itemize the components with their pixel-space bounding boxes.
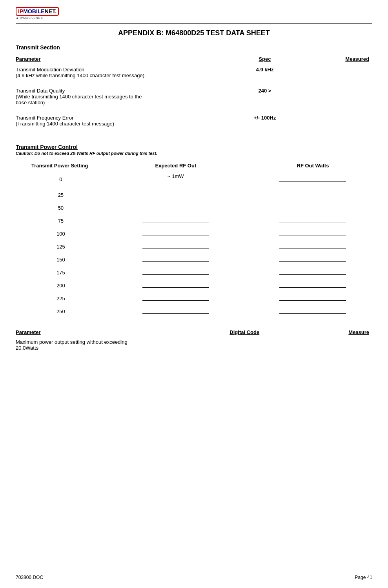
power-expected-cell: [98, 281, 253, 290]
power-expected-cell: [98, 255, 253, 264]
col2-measure: Measure: [292, 328, 372, 338]
power-rfout-cell: [253, 191, 372, 200]
transmit-section-title: Transmit Section: [16, 44, 372, 51]
header: IPMOBILENET. ▲ IPMOBILENET.: [16, 7, 372, 24]
power-table-row: 150: [16, 255, 372, 264]
table-row: Transmit Data Quality(While transmitting…: [16, 85, 372, 108]
rfout-input-line: [279, 197, 346, 197]
power-rfout-cell: [253, 242, 372, 251]
footer-left: 703800.DOC: [16, 575, 43, 580]
logo-tagline: ▲ IPMOBILENET.: [16, 16, 60, 20]
table-row: Maximum power output setting without exc…: [16, 338, 372, 352]
expected-input-line: [142, 184, 209, 184]
rfout-input-line: [279, 210, 346, 210]
power-setting-cell: 250: [16, 307, 98, 316]
digital-code-cell: [200, 338, 292, 352]
rfout-input-line: [279, 181, 346, 181]
spacer-row: [16, 251, 372, 255]
power-setting-cell: 25: [16, 191, 98, 200]
power-rfout-cell: [253, 281, 372, 290]
param-cell: Transmit Frequency Error(Transmitting 14…: [16, 113, 239, 129]
expected-input-line: [142, 300, 209, 301]
rfout-input-line: [279, 300, 346, 301]
spacer-row: [16, 129, 372, 137]
param2-cell: Maximum power output setting without exc…: [16, 338, 200, 352]
transmit-section: Transmit Section Parameter Spec Measured…: [16, 44, 372, 137]
footer-right: Page 41: [355, 575, 372, 580]
logo-ip: IP: [18, 8, 23, 15]
spacer-row: [16, 212, 372, 216]
expected-input-line: [142, 274, 209, 275]
spacer-row: [16, 303, 372, 307]
rfout-input-line: [279, 249, 346, 249]
measured-line: [306, 95, 369, 95]
power-expected-cell: [98, 229, 253, 238]
power-rfout-cell: [253, 229, 372, 238]
power-setting-cell: 175: [16, 268, 98, 277]
rfout-input-line: [279, 236, 346, 236]
power-expected-cell: [98, 268, 253, 277]
measured-cell: [294, 64, 372, 81]
power-expected-cell: [98, 191, 253, 200]
power-table-row: 175: [16, 268, 372, 277]
measured-line: [306, 74, 369, 74]
param-table: Parameter Spec Measured Transmit Modulat…: [16, 54, 372, 137]
spacer-row: [16, 187, 372, 191]
logo-icon: IPMOBILENET.: [16, 7, 59, 16]
spacer-row: [16, 225, 372, 229]
power-setting-cell: 100: [16, 229, 98, 238]
power-table-row: 75: [16, 216, 372, 225]
power-table-row: 125: [16, 242, 372, 251]
measured-line: [306, 122, 369, 122]
power-rfout-cell: [253, 268, 372, 277]
spacer-row: [16, 277, 372, 281]
power-expected-cell: [98, 216, 253, 225]
col-rfout: RF Out Watts: [253, 161, 372, 172]
expected-input-line: [142, 236, 209, 236]
power-expected-cell: [98, 242, 253, 251]
expected-input-line: [142, 210, 209, 210]
power-table-row: 225: [16, 294, 372, 303]
power-setting-cell: 50: [16, 203, 98, 212]
page-title: APPENDIX B: M64800D25 TEST DATA SHEET: [16, 29, 372, 37]
power-control-section: Transmit Power Control Caution: Do not t…: [16, 144, 372, 320]
power-setting-cell: 150: [16, 255, 98, 264]
expected-input-line: [142, 261, 209, 262]
expected-input-line: [142, 287, 209, 288]
spec-cell: 4.9 kHz: [239, 64, 294, 81]
measured-cell: [294, 113, 372, 129]
spec-cell: +/- 100Hz: [239, 113, 294, 129]
col-spec: Spec: [239, 54, 294, 64]
expected-input-line: [142, 313, 209, 314]
expected-input-line: [142, 249, 209, 249]
power-expected-cell: ~ 1mW: [98, 172, 253, 187]
power-setting-cell: 200: [16, 281, 98, 290]
power-table-row: 100: [16, 229, 372, 238]
spec-cell: 240 >: [239, 85, 294, 108]
col2-parameter: Parameter: [16, 328, 200, 338]
power-setting-cell: 125: [16, 242, 98, 251]
spacer-row: [16, 264, 372, 268]
col-parameter: Parameter: [16, 54, 239, 64]
power-rfout-cell: [253, 255, 372, 264]
rfout-input-line: [279, 261, 346, 262]
power-table-row: 0~ 1mW: [16, 172, 372, 187]
expected-input-line: [142, 223, 209, 223]
col-setting: Transmit Power Setting: [16, 161, 98, 172]
logo: IPMOBILENET.: [16, 7, 60, 16]
logo-mobile: MOBILE: [23, 8, 44, 15]
rfout-input-line: [279, 313, 346, 314]
power-setting-cell: 75: [16, 216, 98, 225]
power-setting-cell: 225: [16, 294, 98, 303]
power-expected-cell: [98, 203, 253, 212]
spacer-row: [16, 108, 372, 113]
power-rfout-cell: [253, 203, 372, 212]
expected-input-line: [142, 197, 209, 197]
param-section-2: Parameter Digital Code Measure Maximum p…: [16, 328, 372, 352]
digital-code-line: [214, 344, 275, 344]
rfout-input-line: [279, 287, 346, 288]
param-table2: Parameter Digital Code Measure Maximum p…: [16, 328, 372, 352]
spacer-row: [16, 290, 372, 294]
measure-line: [308, 344, 369, 344]
param-cell: Transmit Modulation Deviation(4.9 kHz wh…: [16, 64, 239, 81]
